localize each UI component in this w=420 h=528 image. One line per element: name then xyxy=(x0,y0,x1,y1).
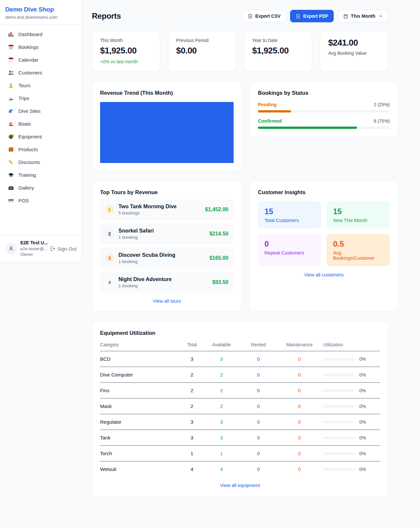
view-all-equipment-link[interactable]: View all equipment xyxy=(100,483,380,488)
sidebar-header: Demo Dive Shop demo.test.divestreams.com xyxy=(0,0,82,25)
period-dropdown[interactable]: This Month xyxy=(338,10,388,22)
cell-category: BCD xyxy=(100,356,182,362)
sidebar-item-label: Calendar xyxy=(18,57,38,63)
tour-name: Two Tank Morning Dive xyxy=(118,204,177,210)
utilization-percent: 0% xyxy=(359,404,366,409)
tile-new-this-month: 15 New This Month xyxy=(326,201,390,229)
revenue-trend-title: Revenue Trend (This Month) xyxy=(100,90,234,96)
cell-utilization: 0% xyxy=(323,435,380,440)
export-csv-button[interactable]: Export CSV xyxy=(242,10,286,22)
sidebar-item-products[interactable]: Products xyxy=(0,143,82,156)
tour-name: Discover Scuba Diving xyxy=(118,252,175,258)
sidebar-item-discounts[interactable]: Discounts xyxy=(0,156,82,169)
cell-category: Regulator xyxy=(100,419,182,425)
tour-bookings: 1 booking xyxy=(118,259,175,264)
avatar xyxy=(5,243,17,254)
view-all-tours-link[interactable]: View all tours xyxy=(100,298,234,304)
sidebar-item-gallery[interactable]: Gallery xyxy=(0,181,82,194)
stat-value: $1,925.00 xyxy=(100,46,152,56)
sidebar-item-trips[interactable]: Trips xyxy=(0,92,82,105)
utilization-percent: 0% xyxy=(359,388,366,393)
stat-card-year-to-date: Year to Date $1,925.00 xyxy=(244,31,312,72)
cell-available: 2 xyxy=(202,388,241,393)
stats-row: This Month $1,925.00 +0% vs last month P… xyxy=(92,31,388,72)
stat-label: Previous Period xyxy=(176,38,228,43)
col-maintenance: Maintenance xyxy=(276,342,323,347)
sidebar-item-dashboard[interactable]: Dashboard xyxy=(0,28,82,41)
sidebar-item-customers[interactable]: Customers xyxy=(0,66,82,79)
cell-total: 2 xyxy=(182,372,202,377)
dive-sites-wave-icon xyxy=(8,108,14,114)
stat-card-avg-booking-value: $241.00 Avg Booking Value xyxy=(320,31,388,72)
cell-total: 2 xyxy=(182,403,202,409)
status-label: Confirmed xyxy=(258,118,282,124)
stat-card-previous-period: Previous Period $0.00 xyxy=(168,31,236,72)
table-row: Fins 2 2 0 0 0% xyxy=(100,383,380,398)
discounts-tag-icon xyxy=(8,159,14,165)
sidebar-item-pos[interactable]: POS xyxy=(0,194,82,207)
table-row: Tank 3 3 0 0 0% xyxy=(100,430,380,446)
sidebar-item-boats[interactable]: Boats xyxy=(0,117,82,130)
rank-badge: 3 xyxy=(105,254,114,262)
page-header: Reports Export CSV Export PDF This Month xyxy=(92,10,388,22)
utilization-bar xyxy=(323,468,355,471)
equipment-mask-icon xyxy=(8,133,14,140)
sidebar-item-dive-sites[interactable]: Dive Sites xyxy=(0,105,82,117)
sidebar-item-label: Trips xyxy=(18,95,29,101)
cell-maintenance: 0 xyxy=(276,372,323,377)
user-email: e2e-tester@... xyxy=(20,246,47,252)
cell-rented: 0 xyxy=(241,356,276,362)
sidebar-item-label: Discounts xyxy=(18,159,40,165)
sidebar-item-equipment[interactable]: Equipment xyxy=(0,130,82,143)
cell-total: 2 xyxy=(182,388,202,393)
shop-title: Demo Dive Shop xyxy=(5,6,76,13)
cell-total: 1 xyxy=(182,451,202,456)
sign-out-button[interactable]: Sign Out xyxy=(50,246,76,252)
sidebar-item-calendar[interactable]: Calendar xyxy=(0,53,82,66)
sidebar-item-training[interactable]: Training xyxy=(0,169,82,181)
sidebar-item-label: Equipment xyxy=(18,134,42,139)
bookings-by-status-card: Bookings by Status Pending 2 (25%) Confi… xyxy=(250,82,398,137)
rank-badge: 4 xyxy=(105,278,114,287)
utilization-percent: 0% xyxy=(359,419,366,425)
cell-total: 3 xyxy=(182,356,202,362)
cell-available: 3 xyxy=(202,419,241,425)
sidebar-item-label: Training xyxy=(18,172,36,178)
status-group-confirmed: Confirmed 6 (75%) xyxy=(258,118,390,129)
page-title: Reports xyxy=(92,11,121,21)
tile-value: 0.5 xyxy=(333,239,383,249)
user-info: E2E Test U... e2e-tester@... Owner xyxy=(20,240,47,257)
customer-insights-card: Customer Insights 15 Total Customers 15 … xyxy=(250,181,398,312)
person-icon xyxy=(8,245,15,252)
tile-label: Total Customers xyxy=(264,218,315,223)
export-csv-label: Export CSV xyxy=(255,13,281,19)
cell-maintenance: 0 xyxy=(276,403,323,409)
header-actions: Export CSV Export PDF This Month xyxy=(242,10,388,22)
utilization-percent: 0% xyxy=(359,372,366,377)
file-download-icon xyxy=(248,14,253,19)
tour-amount: $165.00 xyxy=(209,255,228,261)
sidebar-item-tours[interactable]: Tours xyxy=(0,79,82,92)
tours-island-icon xyxy=(8,82,14,89)
tile-value: 0 xyxy=(264,239,315,249)
tile-avg-bookings-customer: 0.5 Avg Bookings/Customer xyxy=(326,234,390,266)
cell-maintenance: 0 xyxy=(276,419,323,425)
period-label: This Month xyxy=(351,13,375,19)
tour-bookings: 5 bookings xyxy=(118,211,177,215)
export-pdf-button[interactable]: Export PDF xyxy=(290,10,334,22)
cell-available: 3 xyxy=(202,356,241,362)
cell-rented: 0 xyxy=(241,372,276,377)
view-all-customers-link[interactable]: View all customers xyxy=(258,272,390,277)
file-download-icon xyxy=(296,14,301,19)
cell-total: 3 xyxy=(182,419,202,425)
cell-available: 1 xyxy=(202,451,241,456)
training-cap-icon xyxy=(8,172,14,178)
cell-available: 4 xyxy=(202,466,241,472)
cell-utilization: 0% xyxy=(323,419,380,425)
tile-total-customers: 15 Total Customers xyxy=(258,201,321,229)
status-group-pending: Pending 2 (25%) xyxy=(258,102,390,112)
utilization-bar xyxy=(323,358,355,360)
cell-total: 3 xyxy=(182,435,202,440)
sidebar-item-bookings[interactable]: 17 Bookings xyxy=(0,41,82,53)
cell-category: Wetsuit xyxy=(100,466,182,472)
